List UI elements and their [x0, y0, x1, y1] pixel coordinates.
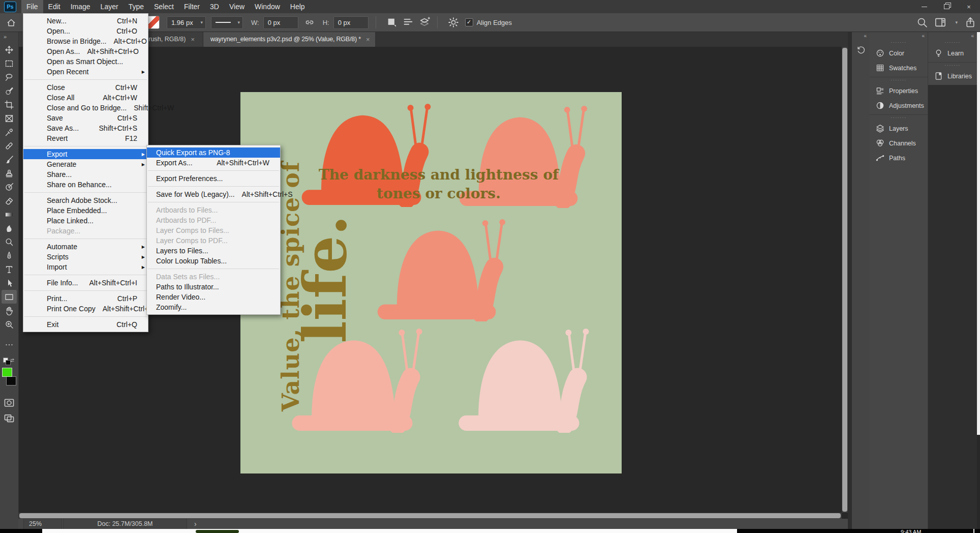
menu-item-exit[interactable]: ExitCtrl+Q — [23, 319, 148, 330]
stroke-style-dropdown[interactable]: ▾ — [211, 16, 243, 29]
menu-item-export-as[interactable]: Export As...Alt+Shift+Ctrl+W — [147, 158, 280, 168]
brush-tool[interactable] — [2, 153, 17, 166]
menu-item-close-and-go-to-bridge[interactable]: Close and Go to Bridge...Shift+Ctrl+W — [23, 103, 148, 113]
menu-item-save-for-web-legacy[interactable]: Save for Web (Legacy)...Alt+Shift+Ctrl+S — [147, 189, 280, 199]
move-tool[interactable] — [2, 43, 17, 56]
panel-button-adjustments[interactable]: Adjustments — [870, 98, 928, 113]
menu-layer[interactable]: Layer — [96, 0, 124, 13]
quick-selection-tool[interactable] — [2, 84, 17, 98]
menu-item-generate[interactable]: Generate▶ — [23, 159, 148, 169]
dodge-tool[interactable] — [2, 235, 17, 249]
menu-item-paths-to-illustrator[interactable]: Paths to Illustrator... — [147, 282, 280, 292]
gradient-tool[interactable] — [2, 208, 17, 221]
menu-window[interactable]: Window — [250, 0, 285, 13]
panel-button-paths[interactable]: Paths — [870, 151, 928, 165]
menu-item-scripts[interactable]: Scripts▶ — [23, 252, 148, 262]
menu-file[interactable]: File — [21, 0, 43, 13]
foreground-color-swatch[interactable] — [2, 368, 12, 377]
menu-item-search-adobe-stock[interactable]: Search Adobe Stock... — [23, 195, 148, 205]
frame-tool[interactable] — [2, 111, 17, 125]
type-tool[interactable] — [2, 262, 17, 276]
menu-help[interactable]: Help — [285, 0, 310, 13]
gear-icon[interactable] — [448, 17, 459, 28]
swap-colors-icon[interactable] — [10, 357, 16, 364]
panel-drag-handle[interactable]: ······· — [870, 115, 928, 121]
minimize-button[interactable] — [913, 0, 935, 13]
menu-item-save[interactable]: SaveCtrl+S — [23, 113, 148, 123]
menu-image[interactable]: Image — [66, 0, 96, 13]
close-button[interactable]: × — [958, 0, 980, 13]
panel-button-swatches[interactable]: Swatches — [870, 61, 928, 75]
eyedropper-tool[interactable] — [2, 125, 17, 139]
menu-item-import[interactable]: Import▶ — [23, 262, 148, 272]
tab-close-icon[interactable]: × — [191, 36, 195, 43]
menu-filter[interactable]: Filter — [179, 0, 205, 13]
screen-mode-button[interactable] — [4, 412, 15, 424]
horizontal-scrollbar[interactable] — [18, 513, 842, 519]
menu-item-quick-export-as-png-8[interactable]: Quick Export as PNG-8 — [147, 147, 280, 158]
panel-button-learn[interactable]: Learn — [928, 46, 977, 61]
menu-item-save-as[interactable]: Save As...Shift+Ctrl+S — [23, 123, 148, 133]
link-dimensions-icon[interactable] — [304, 17, 315, 27]
rectangular-marquee-tool[interactable] — [2, 56, 17, 70]
menu-item-export[interactable]: Export▶ — [23, 149, 148, 159]
menu-item-color-lookup-tables[interactable]: Color Lookup Tables... — [147, 256, 280, 266]
stroke-width-dropdown[interactable]: 1.96 px▾ — [167, 16, 206, 29]
search-icon[interactable] — [916, 17, 928, 28]
vertical-scrollbar[interactable] — [842, 47, 848, 513]
pen-tool[interactable] — [2, 249, 17, 262]
menu-item-close-all[interactable]: Close AllAlt+Ctrl+W — [23, 93, 148, 103]
panel-drag-handle[interactable]: ······· — [870, 77, 928, 83]
collapse-dock-chevron[interactable]: « — [852, 32, 870, 40]
menu-select[interactable]: Select — [149, 0, 179, 13]
width-input[interactable]: 0 px — [263, 16, 298, 29]
menu-item-export-preferences[interactable]: Export Preferences... — [147, 173, 280, 184]
chevron-down-icon[interactable]: ▾ — [955, 20, 958, 25]
share-icon[interactable] — [965, 17, 976, 28]
menu-item-place-linked[interactable]: Place Linked... — [23, 216, 148, 226]
menu-item-automate[interactable]: Automate▶ — [23, 242, 148, 252]
align-button[interactable] — [403, 17, 414, 28]
quick-mask-button[interactable] — [4, 397, 15, 408]
menu-item-new[interactable]: New...Ctrl+N — [23, 16, 148, 26]
collapse-dock-chevron[interactable]: « — [870, 32, 928, 40]
spot-healing-brush-tool[interactable] — [2, 139, 17, 153]
zoom-level-field[interactable]: 25% — [23, 519, 62, 529]
hand-tool[interactable] — [2, 304, 17, 317]
menu-3d[interactable]: 3D — [205, 0, 224, 13]
background-color-swatch[interactable] — [6, 376, 16, 386]
menu-item-file-info[interactable]: File Info...Alt+Shift+Ctrl+I — [23, 278, 148, 288]
menu-item-render-video[interactable]: Render Video... — [147, 292, 280, 302]
menu-item-open-as[interactable]: Open As...Alt+Shift+Ctrl+O — [23, 46, 148, 56]
menu-item-open-as-smart-object[interactable]: Open as Smart Object... — [23, 56, 148, 67]
menu-item-layers-to-files[interactable]: Layers to Files... — [147, 246, 280, 256]
zoom-tool[interactable] — [2, 317, 17, 331]
menu-item-zoomify[interactable]: Zoomify... — [147, 302, 280, 312]
menu-edit[interactable]: Edit — [43, 0, 66, 13]
restore-button[interactable] — [935, 0, 958, 13]
height-input[interactable]: 0 px — [333, 16, 369, 29]
arrange-button[interactable] — [419, 17, 430, 28]
history-panel-icon[interactable] — [856, 46, 866, 55]
toolbar-expand-chevron[interactable]: » — [0, 32, 18, 43]
menu-item-share[interactable]: Share... — [23, 169, 148, 180]
tab-close-icon[interactable]: × — [366, 36, 370, 43]
artboard[interactable]: The darkness and lightness of tones or c… — [240, 92, 622, 473]
panel-drag-handle[interactable]: ······· — [870, 40, 928, 46]
menu-item-share-on-behance[interactable]: Share on Behance... — [23, 180, 148, 190]
align-edges-checkbox[interactable]: ✓ Align Edges — [465, 18, 512, 26]
panel-button-layers[interactable]: Layers — [870, 121, 928, 136]
history-brush-tool[interactable] — [2, 180, 17, 194]
tab-document-active[interactable]: wayrynen_elements p3v2.psd @ 25% (Value,… — [203, 32, 375, 47]
menu-item-close[interactable]: CloseCtrl+W — [23, 82, 148, 93]
crop-tool[interactable] — [2, 98, 17, 111]
status-chevron-icon[interactable]: › — [194, 520, 197, 528]
menu-item-place-embedded[interactable]: Place Embedded... — [23, 205, 148, 216]
smudge-tool[interactable] — [2, 221, 17, 235]
panel-drag-handle[interactable]: ······· — [928, 63, 977, 69]
eraser-tool[interactable] — [2, 194, 17, 208]
panel-button-color[interactable]: Color — [870, 46, 928, 61]
panel-drag-handle[interactable]: ······· — [928, 40, 977, 46]
path-selection-tool[interactable] — [2, 276, 17, 290]
menu-item-revert[interactable]: RevertF12 — [23, 133, 148, 143]
